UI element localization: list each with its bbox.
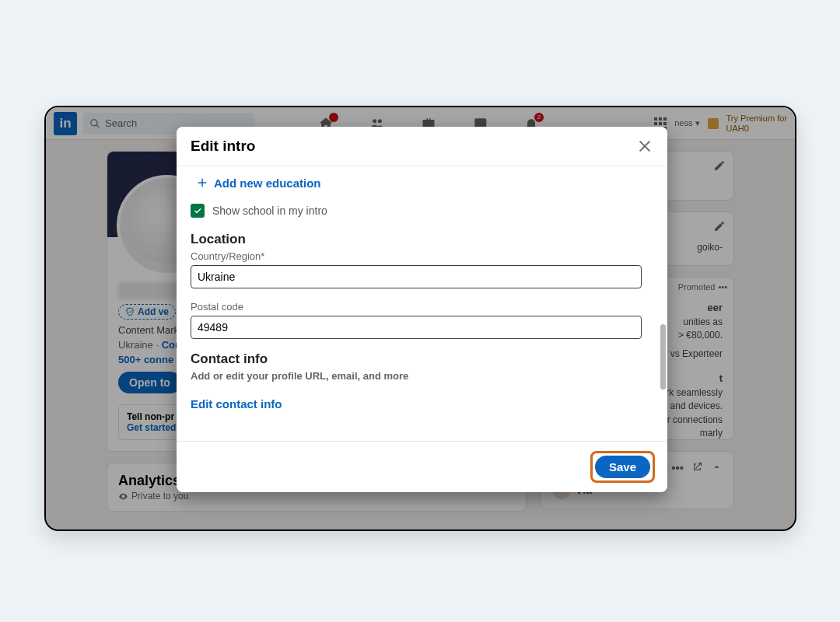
add-education-button[interactable]: Add new education (191, 169, 653, 204)
postal-label: Postal code (191, 301, 653, 313)
modal-body: Add new education Show school in my intr… (177, 166, 667, 441)
contact-heading: Contact info (191, 351, 653, 367)
location-heading: Location (191, 232, 653, 247)
scrollbar-thumb[interactable] (660, 324, 666, 390)
modal-footer: Save (177, 441, 667, 492)
show-school-checkbox-row[interactable]: Show school in my intro (191, 204, 653, 218)
edit-intro-modal: Edit intro Add new education Show school… (177, 127, 667, 492)
save-highlight: Save (590, 451, 655, 483)
checkbox-checked-icon[interactable] (191, 204, 205, 218)
edit-contact-link[interactable]: Edit contact info (191, 393, 653, 415)
contact-subtitle: Add or edit your profile URL, email, and… (191, 370, 653, 382)
country-label: Country/Region* (191, 250, 653, 262)
modal-title: Edit intro (191, 138, 255, 155)
country-input[interactable] (191, 265, 642, 288)
postal-input[interactable] (191, 316, 642, 339)
save-button[interactable]: Save (595, 456, 650, 478)
plus-icon (195, 176, 209, 190)
close-icon[interactable] (636, 138, 653, 155)
show-school-label: Show school in my intro (212, 204, 327, 217)
